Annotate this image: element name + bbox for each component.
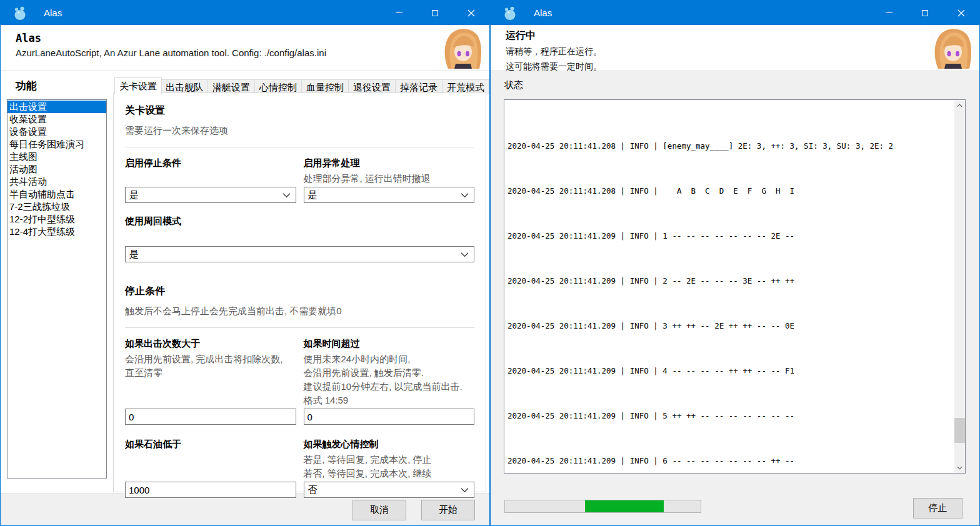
minimize-button[interactable] [871,1,907,25]
log-line: 2020-04-25 20:11:41.209 | INFO | 5 ++ ++… [508,410,951,422]
maximize-button[interactable] [417,1,453,25]
sidebar-item[interactable]: 活动图 [8,163,106,176]
start-button[interactable]: 开始 [421,500,475,520]
status-label: 状态 [504,79,523,91]
avatar [929,28,974,69]
field-desc [125,172,296,186]
page-title: 关卡设置 [125,104,474,117]
progress-bar-marquee [585,500,663,512]
tab-label: 掉落记录 [400,82,438,92]
chevron-down-icon [461,192,469,198]
tab-label: 退役设置 [353,82,391,92]
minimize-button[interactable] [381,1,417,25]
window-title: Alas [534,7,552,18]
app-name: Alas [1,25,489,44]
running-status-title: 运行中 [491,25,979,42]
alas-app-icon [12,6,28,21]
tab-label: 血量控制 [306,82,344,92]
sidebar-item-label: 出击设置 [9,101,47,112]
scroll-down-button[interactable] [954,462,965,473]
log-scrollbar[interactable] [954,100,965,473]
tab-label: 出击舰队 [166,82,203,92]
scrollbar-thumb[interactable] [954,418,965,443]
maximize-icon [922,10,928,16]
titlebar[interactable]: Alas [491,1,979,25]
dialog-footer: 取消 开始 [1,494,489,525]
sidebar-item[interactable]: 共斗活动 [8,176,106,188]
field-label-if-time-exceeds: 如果时间超过 [304,338,475,350]
oil-threshold-input[interactable] [125,482,296,498]
titlebar[interactable]: Alas [1,1,489,25]
field-label-if-oil-below: 如果石油低于 [125,439,296,450]
minimize-icon [396,12,402,13]
sidebar-item-label: 设备设置 [9,126,47,137]
combo-value: 是 [129,249,139,261]
cancel-button[interactable]: 取消 [352,500,406,520]
sidebar-item-label: 半自动辅助点击 [9,189,75,199]
avatar [439,28,484,69]
maximize-button[interactable] [907,1,943,25]
settings-tabbar: 关卡设置 出击舰队 潜艇设置 心情控制 血量控制 退役设置 掉落记录 开荒模式 [114,77,489,94]
page-subtitle: 需要运行一次来保存选项 [125,125,474,137]
close-icon [468,9,475,17]
sidebar-item[interactable]: 设备设置 [8,126,106,138]
settings-tab[interactable]: 关卡设置 [114,77,162,94]
divider [125,327,474,328]
combo-value: 是 [308,189,318,201]
settings-window: Alas Alas AzurLaneAutoScript, An Azur La… [0,0,490,526]
field-label-enable-exception-handling: 启用异常处理 [304,157,475,169]
loop-mode-select[interactable]: 是 [125,246,474,262]
tab-label: 开荒模式 [447,82,484,92]
log-line: 2020-04-25 20:11:41.208 | INFO | A B C D… [508,186,951,197]
field-label-enable-stop-condition: 启用停止条件 [125,157,296,169]
close-button[interactable] [453,1,489,25]
sidebar-item-label: 活动图 [9,164,38,174]
chevron-down-icon [282,192,291,198]
sidebar-item[interactable]: 每日任务困难演习 [8,138,106,151]
sidebar-item-label: 12-4打大型练级 [9,226,75,237]
sidebar-item[interactable]: 12-4打大型练级 [8,226,106,238]
sidebar-item-label: 7-2三战拣垃圾 [9,201,70,212]
enable-exception-handling-select[interactable]: 是 [304,187,475,203]
tab-label: 关卡设置 [119,81,157,91]
sortie-count-input[interactable] [125,409,296,425]
function-listbox[interactable]: 出击设置 收菜设置 设备设置 每日任务困难演习 主线图 活动图 共斗活动 半自动… [7,99,107,479]
window-title: Alas [44,7,62,18]
runner-body: 状态 2020-04-25 20:11:41.208 | INFO | [ene… [491,71,979,525]
time-limit-input[interactable] [304,409,475,425]
progress-bar [504,500,701,513]
app-description: AzurLaneAutoScript, An Azur Lane automat… [1,44,489,58]
sidebar-item[interactable]: 半自动辅助点击 [8,188,106,201]
form-row-4: 如果石油低于 如果触发心情控制 若是, 等待回复, 完成本次, 停止 若否, 等… [125,439,474,498]
log-line: 2020-04-25 20:11:41.209 | INFO | 1 -- --… [508,231,951,242]
combo-value: 是 [129,189,139,201]
sidebar-item[interactable]: 出击设置 [8,101,106,113]
close-icon [958,9,965,17]
log-line: 2020-04-25 20:11:41.208 | INFO | [enemy_… [508,141,951,152]
log-output[interactable]: 2020-04-25 20:11:41.208 | INFO | [enemy_… [504,99,966,474]
log-lines: 2020-04-25 20:11:41.208 | INFO | [enemy_… [508,99,951,474]
sidebar-item[interactable]: 收菜设置 [8,113,106,126]
chevron-up-icon [957,104,962,107]
sidebar-item[interactable]: 主线图 [8,151,106,163]
enable-stop-condition-select[interactable]: 是 [125,187,296,203]
sidebar-item[interactable]: 7-2三战拣垃圾 [8,201,106,213]
field-label-if-mood-control-triggered: 如果触发心情控制 [304,439,475,450]
runner-window: Alas 运行中 请稍等，程序正在运行。 这可能将需要一定时间。 [490,0,980,526]
form-row-1: 启用停止条件 启用异常处理 处理部分异常, 运行出错时撤退 是 是 [125,157,474,203]
close-button[interactable] [943,1,979,25]
tab-label: 潜艇设置 [212,82,250,92]
sidebar-item[interactable]: 12-2打中型练级 [8,213,106,226]
field-desc: 处理部分异常, 运行出错时撤退 [304,172,475,186]
scroll-up-button[interactable] [954,100,965,111]
sidebar-item-label: 12-2打中型练级 [9,214,75,224]
alas-app-icon [502,6,518,21]
sidebar-item-label: 共斗活动 [9,176,47,187]
mood-control-select[interactable]: 否 [304,482,475,498]
chevron-down-icon [461,487,469,493]
stop-button[interactable]: 停止 [913,498,962,519]
field-label-if-sortie-count-over: 如果出击次数大于 [125,338,296,350]
field-label-loop-mode: 使用周回模式 [125,216,474,227]
runner-header: 运行中 请稍等，程序正在运行。 这可能将需要一定时间。 [491,25,979,71]
maximize-icon [432,10,438,16]
